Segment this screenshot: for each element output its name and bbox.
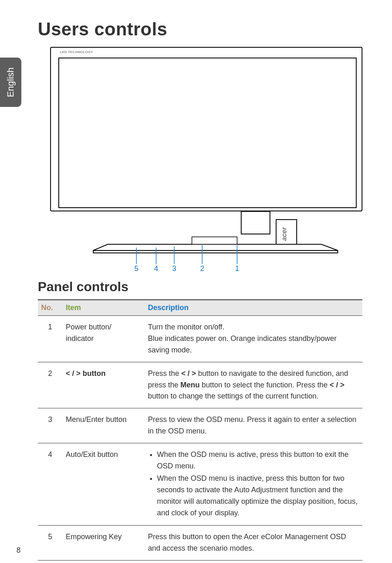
language-tab: English: [0, 58, 21, 107]
header-no: No.: [38, 300, 62, 316]
table-row: 5 Empowering Key Press this button to op…: [38, 526, 362, 561]
cell-desc: Turn the monitor on/off. Blue indicates …: [145, 316, 362, 362]
cell-desc: Press to view the OSD menu. Press it aga…: [145, 408, 362, 443]
cell-desc: Press this button to open the Acer eColo…: [145, 526, 362, 561]
svg-rect-4: [192, 237, 237, 244]
cell-desc: When the OSD menu is active, press this …: [145, 443, 362, 526]
callout-5: 5: [134, 264, 138, 273]
cell-no: 3: [38, 408, 62, 443]
section-title: Panel controls: [38, 279, 362, 294]
table-row: 4 Auto/Exit button When the OSD menu is …: [38, 443, 362, 526]
table-header-row: No. Item Description: [38, 300, 362, 316]
callout-1: 1: [235, 264, 239, 273]
list-item: When the OSD menu is inactive, press thi…: [157, 473, 359, 519]
desc-line: Blue indicates power on. Orange indicate…: [148, 334, 337, 354]
table-row: 2 < / > button Press the < / > button to…: [38, 362, 362, 408]
cell-item: Empowering Key: [62, 526, 145, 561]
svg-marker-2: [93, 244, 338, 250]
header-description: Description: [145, 300, 362, 316]
list-item: When the OSD menu is active, press this …: [157, 449, 359, 472]
page-title: Users controls: [38, 19, 362, 39]
desc-text: button to select the function. Press the: [200, 381, 330, 389]
callout-2: 2: [200, 264, 204, 273]
acer-logo: acer: [281, 227, 288, 241]
desc-bold: < / >: [330, 381, 344, 389]
desc-text: Press the: [148, 369, 181, 378]
table-row: 3 Menu/Enter button Press to view the OS…: [38, 408, 362, 443]
page-content: Users controls LED TECHNOLOGY acer: [0, 0, 392, 561]
svg-rect-3: [93, 250, 338, 253]
cell-no: 4: [38, 443, 62, 526]
led-technology-label: LED TECHNOLOGY: [60, 50, 93, 54]
table-row: 1 Power button/ indicator Turn the monit…: [38, 316, 362, 362]
cell-item: Menu/Enter button: [62, 408, 145, 443]
panel-controls-table: No. Item Description 1 Power button/ ind…: [38, 299, 362, 561]
cell-no: 5: [38, 526, 62, 561]
language-tab-label: English: [5, 67, 16, 97]
cell-item: Auto/Exit button: [62, 443, 145, 526]
item-label: < / > button: [66, 369, 106, 378]
callout-3: 3: [172, 264, 176, 273]
monitor-screen: [58, 58, 357, 208]
cell-desc: Press the < / > button to navigate to th…: [145, 362, 362, 408]
svg-rect-0: [241, 211, 270, 234]
desc-line: Turn the monitor on/off.: [148, 323, 224, 331]
monitor-base-svg: acer 5 4 3 2 1: [50, 211, 362, 273]
desc-bold: Menu: [180, 381, 200, 389]
desc-list: When the OSD menu is active, press this …: [148, 449, 359, 519]
callout-4: 4: [154, 264, 158, 273]
monitor-diagram: LED TECHNOLOGY acer: [50, 47, 362, 271]
monitor-bezel: LED TECHNOLOGY: [50, 47, 362, 211]
cell-no: 2: [38, 362, 62, 408]
monitor-base-diagram: acer 5 4 3 2 1: [50, 211, 362, 271]
page-number: 8: [16, 546, 21, 555]
cell-no: 1: [38, 316, 62, 362]
cell-item: < / > button: [62, 362, 145, 408]
desc-text: button to change the settings of the cur…: [148, 392, 318, 400]
cell-item: Power button/ indicator: [62, 316, 145, 362]
header-item: Item: [62, 300, 145, 316]
desc-bold: < / >: [181, 369, 196, 378]
